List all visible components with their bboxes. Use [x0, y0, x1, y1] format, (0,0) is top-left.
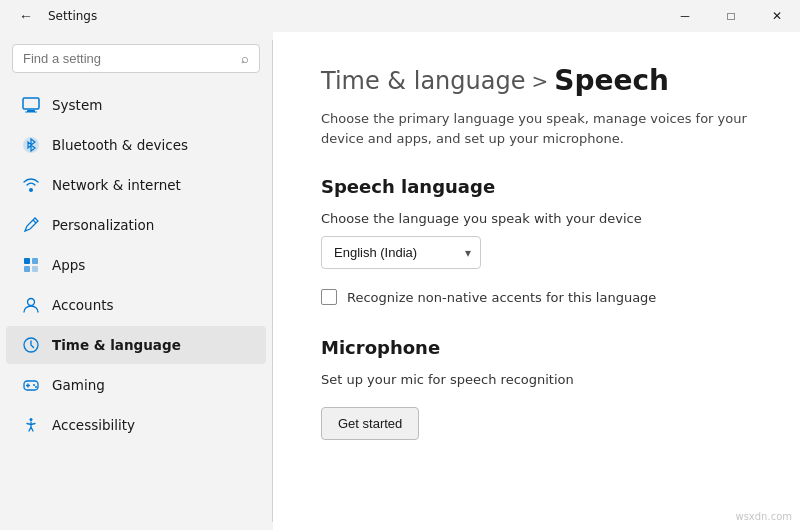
speech-language-title: Speech language	[321, 176, 752, 197]
window-controls: ─ □ ✕	[662, 0, 800, 32]
sidebar-label-accounts: Accounts	[52, 297, 114, 313]
sidebar-label-apps: Apps	[52, 257, 85, 273]
sidebar-item-apps[interactable]: Apps	[6, 246, 266, 284]
close-button[interactable]: ✕	[754, 0, 800, 32]
network-icon	[22, 176, 40, 194]
back-button[interactable]: ←	[12, 2, 40, 30]
title-bar: ← Settings ─ □ ✕	[0, 0, 800, 32]
accessibility-icon	[22, 416, 40, 434]
svg-rect-4	[24, 258, 30, 264]
sidebar-item-time-language[interactable]: Time & language	[6, 326, 266, 364]
sidebar-item-accessibility[interactable]: Accessibility	[6, 406, 266, 444]
breadcrumb-sep: >	[531, 69, 548, 93]
microphone-title: Microphone	[321, 337, 752, 358]
sidebar-label-accessibility: Accessibility	[52, 417, 135, 433]
search-icon: ⌕	[241, 51, 249, 66]
main-container: ⌕ System Bluetooth & devices	[0, 32, 800, 530]
gaming-icon	[22, 376, 40, 394]
apps-icon	[22, 256, 40, 274]
speech-language-label: Choose the language you speak with your …	[321, 211, 752, 226]
svg-point-8	[28, 299, 35, 306]
microphone-section: Microphone Set up your mic for speech re…	[321, 337, 752, 440]
search-box[interactable]: ⌕	[12, 44, 260, 73]
watermark: wsxdn.com	[735, 511, 792, 522]
svg-rect-5	[32, 258, 38, 264]
search-input[interactable]	[23, 51, 233, 66]
sidebar-item-system[interactable]: System	[6, 86, 266, 124]
sidebar-item-accounts[interactable]: Accounts	[6, 286, 266, 324]
accounts-icon	[22, 296, 40, 314]
checkbox-label: Recognize non-native accents for this la…	[347, 290, 656, 305]
sidebar-label-personalization: Personalization	[52, 217, 154, 233]
language-dropdown[interactable]: English (India) English (US) English (UK…	[321, 236, 481, 269]
sidebar-item-personalization[interactable]: Personalization	[6, 206, 266, 244]
svg-rect-7	[32, 266, 38, 272]
system-icon	[22, 96, 40, 114]
title-bar-left: ← Settings	[12, 2, 97, 30]
sidebar-label-network: Network & internet	[52, 177, 181, 193]
bluetooth-icon	[22, 136, 40, 154]
sidebar-item-gaming[interactable]: Gaming	[6, 366, 266, 404]
mic-description: Set up your mic for speech recognition	[321, 372, 752, 387]
svg-rect-2	[25, 112, 37, 113]
sidebar-label-system: System	[52, 97, 102, 113]
personalization-icon	[22, 216, 40, 234]
svg-point-12	[35, 386, 37, 388]
minimize-button[interactable]: ─	[662, 0, 708, 32]
svg-rect-6	[24, 266, 30, 272]
sidebar-label-time-language: Time & language	[52, 337, 181, 353]
svg-point-11	[33, 384, 35, 386]
maximize-button[interactable]: □	[708, 0, 754, 32]
language-dropdown-wrapper: English (India) English (US) English (UK…	[321, 236, 481, 269]
non-native-accents-checkbox[interactable]	[321, 289, 337, 305]
get-started-button[interactable]: Get started	[321, 407, 419, 440]
svg-point-13	[30, 418, 33, 421]
time-language-icon	[22, 336, 40, 354]
breadcrumb: Time & language > Speech	[321, 64, 752, 97]
speech-language-section: Speech language Choose the language you …	[321, 176, 752, 289]
sidebar-item-network[interactable]: Network & internet	[6, 166, 266, 204]
breadcrumb-parent: Time & language	[321, 67, 525, 95]
svg-rect-0	[23, 98, 39, 109]
page-description: Choose the primary language you speak, m…	[321, 109, 752, 148]
sidebar-item-bluetooth[interactable]: Bluetooth & devices	[6, 126, 266, 164]
main-content: Time & language > Speech Choose the prim…	[273, 32, 800, 530]
sidebar-label-gaming: Gaming	[52, 377, 105, 393]
sidebar-label-bluetooth: Bluetooth & devices	[52, 137, 188, 153]
breadcrumb-current: Speech	[554, 64, 669, 97]
sidebar: ⌕ System Bluetooth & devices	[0, 32, 272, 530]
checkbox-row: Recognize non-native accents for this la…	[321, 289, 752, 305]
app-title: Settings	[48, 9, 97, 23]
